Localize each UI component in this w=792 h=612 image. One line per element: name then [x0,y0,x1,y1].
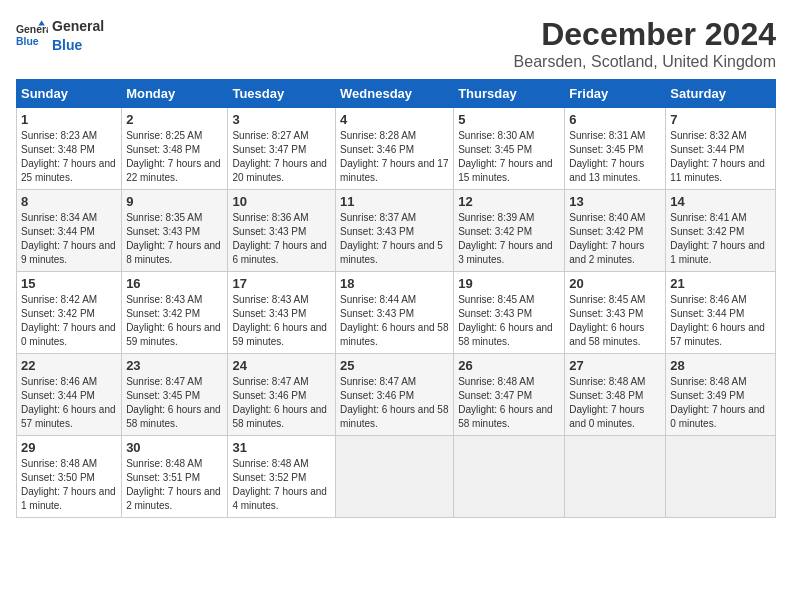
day-info: Sunrise: 8:47 AMSunset: 3:45 PMDaylight:… [126,376,221,429]
day-info: Sunrise: 8:25 AMSunset: 3:48 PMDaylight:… [126,130,221,183]
day-info: Sunrise: 8:35 AMSunset: 3:43 PMDaylight:… [126,212,221,265]
day-info: Sunrise: 8:23 AMSunset: 3:48 PMDaylight:… [21,130,116,183]
day-number: 14 [670,194,771,209]
day-header-saturday: Saturday [666,80,776,108]
calendar-cell: 19 Sunrise: 8:45 AMSunset: 3:43 PMDaylig… [454,272,565,354]
day-number: 28 [670,358,771,373]
calendar-cell: 10 Sunrise: 8:36 AMSunset: 3:43 PMDaylig… [228,190,336,272]
day-number: 21 [670,276,771,291]
day-info: Sunrise: 8:47 AMSunset: 3:46 PMDaylight:… [232,376,327,429]
calendar-week-row: 1 Sunrise: 8:23 AMSunset: 3:48 PMDayligh… [17,108,776,190]
calendar-cell [454,436,565,518]
calendar-cell: 21 Sunrise: 8:46 AMSunset: 3:44 PMDaylig… [666,272,776,354]
day-info: Sunrise: 8:41 AMSunset: 3:42 PMDaylight:… [670,212,765,265]
day-info: Sunrise: 8:39 AMSunset: 3:42 PMDaylight:… [458,212,553,265]
calendar-week-row: 22 Sunrise: 8:46 AMSunset: 3:44 PMDaylig… [17,354,776,436]
page-header: General Blue General Blue December 2024 … [16,16,776,71]
day-number: 23 [126,358,223,373]
calendar-week-row: 15 Sunrise: 8:42 AMSunset: 3:42 PMDaylig… [17,272,776,354]
day-header-sunday: Sunday [17,80,122,108]
calendar-cell: 31 Sunrise: 8:48 AMSunset: 3:52 PMDaylig… [228,436,336,518]
day-info: Sunrise: 8:31 AMSunset: 3:45 PMDaylight:… [569,130,645,183]
day-info: Sunrise: 8:27 AMSunset: 3:47 PMDaylight:… [232,130,327,183]
calendar-table: SundayMondayTuesdayWednesdayThursdayFrid… [16,79,776,518]
day-info: Sunrise: 8:46 AMSunset: 3:44 PMDaylight:… [21,376,116,429]
day-number: 4 [340,112,449,127]
logo-icon: General Blue [16,19,48,51]
logo-general-text: General [52,18,104,34]
svg-marker-2 [38,21,44,26]
logo: General Blue General Blue [16,16,104,54]
day-header-friday: Friday [565,80,666,108]
calendar-cell: 27 Sunrise: 8:48 AMSunset: 3:48 PMDaylig… [565,354,666,436]
calendar-cell: 25 Sunrise: 8:47 AMSunset: 3:46 PMDaylig… [336,354,454,436]
calendar-cell [666,436,776,518]
calendar-cell: 5 Sunrise: 8:30 AMSunset: 3:45 PMDayligh… [454,108,565,190]
day-number: 20 [569,276,661,291]
day-number: 7 [670,112,771,127]
day-info: Sunrise: 8:34 AMSunset: 3:44 PMDaylight:… [21,212,116,265]
day-info: Sunrise: 8:43 AMSunset: 3:42 PMDaylight:… [126,294,221,347]
calendar-cell: 4 Sunrise: 8:28 AMSunset: 3:46 PMDayligh… [336,108,454,190]
calendar-cell: 11 Sunrise: 8:37 AMSunset: 3:43 PMDaylig… [336,190,454,272]
day-number: 2 [126,112,223,127]
calendar-cell: 13 Sunrise: 8:40 AMSunset: 3:42 PMDaylig… [565,190,666,272]
calendar-cell: 18 Sunrise: 8:44 AMSunset: 3:43 PMDaylig… [336,272,454,354]
day-info: Sunrise: 8:32 AMSunset: 3:44 PMDaylight:… [670,130,765,183]
calendar-cell: 16 Sunrise: 8:43 AMSunset: 3:42 PMDaylig… [122,272,228,354]
day-header-wednesday: Wednesday [336,80,454,108]
day-number: 3 [232,112,331,127]
day-number: 10 [232,194,331,209]
day-number: 8 [21,194,117,209]
calendar-cell: 28 Sunrise: 8:48 AMSunset: 3:49 PMDaylig… [666,354,776,436]
day-number: 18 [340,276,449,291]
day-number: 11 [340,194,449,209]
subtitle: Bearsden, Scotland, United Kingdom [514,53,776,71]
day-number: 29 [21,440,117,455]
day-number: 5 [458,112,560,127]
day-info: Sunrise: 8:45 AMSunset: 3:43 PMDaylight:… [569,294,645,347]
calendar-cell: 2 Sunrise: 8:25 AMSunset: 3:48 PMDayligh… [122,108,228,190]
calendar-cell: 6 Sunrise: 8:31 AMSunset: 3:45 PMDayligh… [565,108,666,190]
calendar-cell: 22 Sunrise: 8:46 AMSunset: 3:44 PMDaylig… [17,354,122,436]
day-number: 17 [232,276,331,291]
day-info: Sunrise: 8:36 AMSunset: 3:43 PMDaylight:… [232,212,327,265]
calendar-cell: 24 Sunrise: 8:47 AMSunset: 3:46 PMDaylig… [228,354,336,436]
day-number: 15 [21,276,117,291]
day-header-tuesday: Tuesday [228,80,336,108]
day-info: Sunrise: 8:48 AMSunset: 3:49 PMDaylight:… [670,376,765,429]
main-title: December 2024 [514,16,776,53]
day-number: 27 [569,358,661,373]
calendar-cell: 23 Sunrise: 8:47 AMSunset: 3:45 PMDaylig… [122,354,228,436]
calendar-cell [336,436,454,518]
day-info: Sunrise: 8:40 AMSunset: 3:42 PMDaylight:… [569,212,645,265]
day-number: 16 [126,276,223,291]
day-number: 26 [458,358,560,373]
day-number: 9 [126,194,223,209]
day-info: Sunrise: 8:43 AMSunset: 3:43 PMDaylight:… [232,294,327,347]
calendar-week-row: 8 Sunrise: 8:34 AMSunset: 3:44 PMDayligh… [17,190,776,272]
day-number: 12 [458,194,560,209]
day-number: 30 [126,440,223,455]
calendar-cell: 9 Sunrise: 8:35 AMSunset: 3:43 PMDayligh… [122,190,228,272]
day-number: 1 [21,112,117,127]
calendar-cell: 29 Sunrise: 8:48 AMSunset: 3:50 PMDaylig… [17,436,122,518]
day-number: 22 [21,358,117,373]
calendar-cell: 30 Sunrise: 8:48 AMSunset: 3:51 PMDaylig… [122,436,228,518]
day-number: 24 [232,358,331,373]
day-info: Sunrise: 8:42 AMSunset: 3:42 PMDaylight:… [21,294,116,347]
calendar-cell: 26 Sunrise: 8:48 AMSunset: 3:47 PMDaylig… [454,354,565,436]
day-info: Sunrise: 8:44 AMSunset: 3:43 PMDaylight:… [340,294,448,347]
day-info: Sunrise: 8:48 AMSunset: 3:47 PMDaylight:… [458,376,553,429]
day-header-monday: Monday [122,80,228,108]
day-number: 6 [569,112,661,127]
calendar-cell [565,436,666,518]
day-header-thursday: Thursday [454,80,565,108]
calendar-cell: 3 Sunrise: 8:27 AMSunset: 3:47 PMDayligh… [228,108,336,190]
calendar-cell: 15 Sunrise: 8:42 AMSunset: 3:42 PMDaylig… [17,272,122,354]
calendar-cell: 17 Sunrise: 8:43 AMSunset: 3:43 PMDaylig… [228,272,336,354]
day-number: 31 [232,440,331,455]
calendar-cell: 7 Sunrise: 8:32 AMSunset: 3:44 PMDayligh… [666,108,776,190]
day-info: Sunrise: 8:28 AMSunset: 3:46 PMDaylight:… [340,130,448,183]
calendar-cell: 14 Sunrise: 8:41 AMSunset: 3:42 PMDaylig… [666,190,776,272]
